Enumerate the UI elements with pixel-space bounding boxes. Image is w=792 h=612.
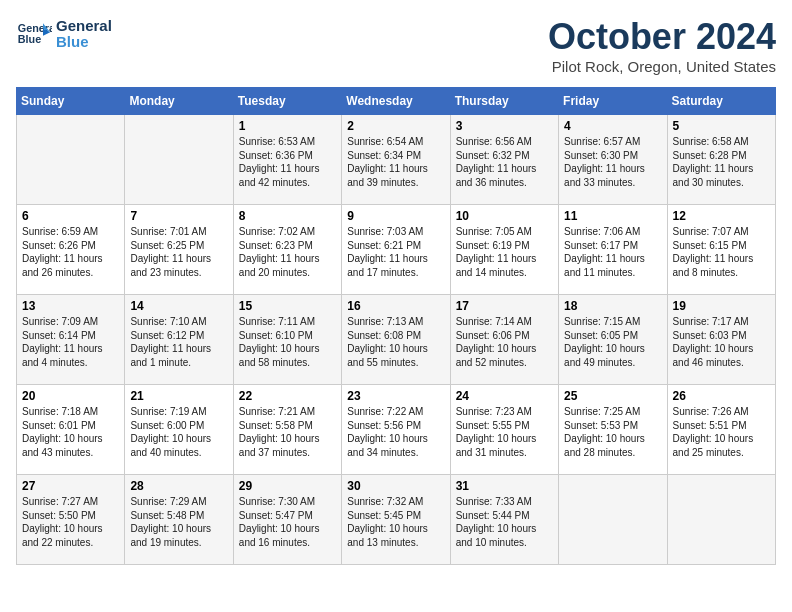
- calendar-cell: [17, 115, 125, 205]
- day-number: 18: [564, 299, 661, 313]
- day-info: Sunrise: 7:25 AM Sunset: 5:53 PM Dayligh…: [564, 405, 661, 459]
- calendar-cell: [559, 475, 667, 565]
- calendar-cell: 24Sunrise: 7:23 AM Sunset: 5:55 PM Dayli…: [450, 385, 558, 475]
- calendar-cell: 15Sunrise: 7:11 AM Sunset: 6:10 PM Dayli…: [233, 295, 341, 385]
- weekday-header-tuesday: Tuesday: [233, 88, 341, 115]
- day-info: Sunrise: 6:57 AM Sunset: 6:30 PM Dayligh…: [564, 135, 661, 189]
- day-number: 11: [564, 209, 661, 223]
- weekday-header-thursday: Thursday: [450, 88, 558, 115]
- calendar-cell: 6Sunrise: 6:59 AM Sunset: 6:26 PM Daylig…: [17, 205, 125, 295]
- calendar-cell: [125, 115, 233, 205]
- day-number: 27: [22, 479, 119, 493]
- day-number: 8: [239, 209, 336, 223]
- day-info: Sunrise: 7:01 AM Sunset: 6:25 PM Dayligh…: [130, 225, 227, 279]
- calendar-cell: 17Sunrise: 7:14 AM Sunset: 6:06 PM Dayli…: [450, 295, 558, 385]
- day-number: 30: [347, 479, 444, 493]
- day-number: 10: [456, 209, 553, 223]
- day-number: 25: [564, 389, 661, 403]
- calendar-cell: 21Sunrise: 7:19 AM Sunset: 6:00 PM Dayli…: [125, 385, 233, 475]
- day-info: Sunrise: 6:54 AM Sunset: 6:34 PM Dayligh…: [347, 135, 444, 189]
- day-number: 20: [22, 389, 119, 403]
- day-info: Sunrise: 7:14 AM Sunset: 6:06 PM Dayligh…: [456, 315, 553, 369]
- day-number: 9: [347, 209, 444, 223]
- calendar-cell: [667, 475, 775, 565]
- calendar-week-4: 20Sunrise: 7:18 AM Sunset: 6:01 PM Dayli…: [17, 385, 776, 475]
- day-number: 7: [130, 209, 227, 223]
- day-number: 26: [673, 389, 770, 403]
- logo-icon: General Blue: [16, 16, 52, 52]
- day-number: 13: [22, 299, 119, 313]
- title-block: October 2024 Pilot Rock, Oregon, United …: [548, 16, 776, 75]
- day-info: Sunrise: 7:18 AM Sunset: 6:01 PM Dayligh…: [22, 405, 119, 459]
- weekday-header-friday: Friday: [559, 88, 667, 115]
- calendar-week-1: 1Sunrise: 6:53 AM Sunset: 6:36 PM Daylig…: [17, 115, 776, 205]
- day-info: Sunrise: 7:33 AM Sunset: 5:44 PM Dayligh…: [456, 495, 553, 549]
- day-number: 29: [239, 479, 336, 493]
- day-number: 22: [239, 389, 336, 403]
- calendar-cell: 9Sunrise: 7:03 AM Sunset: 6:21 PM Daylig…: [342, 205, 450, 295]
- calendar-cell: 16Sunrise: 7:13 AM Sunset: 6:08 PM Dayli…: [342, 295, 450, 385]
- calendar-cell: 23Sunrise: 7:22 AM Sunset: 5:56 PM Dayli…: [342, 385, 450, 475]
- calendar-cell: 8Sunrise: 7:02 AM Sunset: 6:23 PM Daylig…: [233, 205, 341, 295]
- calendar-cell: 19Sunrise: 7:17 AM Sunset: 6:03 PM Dayli…: [667, 295, 775, 385]
- day-number: 5: [673, 119, 770, 133]
- day-info: Sunrise: 7:30 AM Sunset: 5:47 PM Dayligh…: [239, 495, 336, 549]
- calendar-week-2: 6Sunrise: 6:59 AM Sunset: 6:26 PM Daylig…: [17, 205, 776, 295]
- calendar-cell: 12Sunrise: 7:07 AM Sunset: 6:15 PM Dayli…: [667, 205, 775, 295]
- day-number: 24: [456, 389, 553, 403]
- day-info: Sunrise: 7:06 AM Sunset: 6:17 PM Dayligh…: [564, 225, 661, 279]
- day-info: Sunrise: 6:53 AM Sunset: 6:36 PM Dayligh…: [239, 135, 336, 189]
- calendar-cell: 18Sunrise: 7:15 AM Sunset: 6:05 PM Dayli…: [559, 295, 667, 385]
- day-info: Sunrise: 7:15 AM Sunset: 6:05 PM Dayligh…: [564, 315, 661, 369]
- weekday-header-saturday: Saturday: [667, 88, 775, 115]
- calendar-cell: 30Sunrise: 7:32 AM Sunset: 5:45 PM Dayli…: [342, 475, 450, 565]
- day-number: 19: [673, 299, 770, 313]
- page-header: General Blue General Blue October 2024 P…: [16, 16, 776, 75]
- day-info: Sunrise: 6:58 AM Sunset: 6:28 PM Dayligh…: [673, 135, 770, 189]
- day-info: Sunrise: 7:11 AM Sunset: 6:10 PM Dayligh…: [239, 315, 336, 369]
- weekday-header-row: SundayMondayTuesdayWednesdayThursdayFrid…: [17, 88, 776, 115]
- calendar-cell: 28Sunrise: 7:29 AM Sunset: 5:48 PM Dayli…: [125, 475, 233, 565]
- day-number: 12: [673, 209, 770, 223]
- calendar-cell: 26Sunrise: 7:26 AM Sunset: 5:51 PM Dayli…: [667, 385, 775, 475]
- day-info: Sunrise: 7:22 AM Sunset: 5:56 PM Dayligh…: [347, 405, 444, 459]
- day-info: Sunrise: 7:19 AM Sunset: 6:00 PM Dayligh…: [130, 405, 227, 459]
- day-info: Sunrise: 7:23 AM Sunset: 5:55 PM Dayligh…: [456, 405, 553, 459]
- day-info: Sunrise: 7:26 AM Sunset: 5:51 PM Dayligh…: [673, 405, 770, 459]
- calendar-cell: 31Sunrise: 7:33 AM Sunset: 5:44 PM Dayli…: [450, 475, 558, 565]
- calendar-cell: 1Sunrise: 6:53 AM Sunset: 6:36 PM Daylig…: [233, 115, 341, 205]
- logo-text: General: [56, 18, 112, 35]
- day-info: Sunrise: 7:17 AM Sunset: 6:03 PM Dayligh…: [673, 315, 770, 369]
- calendar-cell: 10Sunrise: 7:05 AM Sunset: 6:19 PM Dayli…: [450, 205, 558, 295]
- svg-text:Blue: Blue: [18, 33, 41, 45]
- day-number: 15: [239, 299, 336, 313]
- day-number: 6: [22, 209, 119, 223]
- calendar-cell: 3Sunrise: 6:56 AM Sunset: 6:32 PM Daylig…: [450, 115, 558, 205]
- weekday-header-sunday: Sunday: [17, 88, 125, 115]
- day-number: 21: [130, 389, 227, 403]
- day-info: Sunrise: 7:10 AM Sunset: 6:12 PM Dayligh…: [130, 315, 227, 369]
- calendar-cell: 22Sunrise: 7:21 AM Sunset: 5:58 PM Dayli…: [233, 385, 341, 475]
- day-info: Sunrise: 7:32 AM Sunset: 5:45 PM Dayligh…: [347, 495, 444, 549]
- weekday-header-monday: Monday: [125, 88, 233, 115]
- weekday-header-wednesday: Wednesday: [342, 88, 450, 115]
- calendar-cell: 27Sunrise: 7:27 AM Sunset: 5:50 PM Dayli…: [17, 475, 125, 565]
- day-info: Sunrise: 6:59 AM Sunset: 6:26 PM Dayligh…: [22, 225, 119, 279]
- calendar-cell: 14Sunrise: 7:10 AM Sunset: 6:12 PM Dayli…: [125, 295, 233, 385]
- calendar-cell: 13Sunrise: 7:09 AM Sunset: 6:14 PM Dayli…: [17, 295, 125, 385]
- day-number: 17: [456, 299, 553, 313]
- calendar-week-3: 13Sunrise: 7:09 AM Sunset: 6:14 PM Dayli…: [17, 295, 776, 385]
- day-number: 28: [130, 479, 227, 493]
- day-info: Sunrise: 7:29 AM Sunset: 5:48 PM Dayligh…: [130, 495, 227, 549]
- calendar-cell: 25Sunrise: 7:25 AM Sunset: 5:53 PM Dayli…: [559, 385, 667, 475]
- calendar-cell: 7Sunrise: 7:01 AM Sunset: 6:25 PM Daylig…: [125, 205, 233, 295]
- calendar-table: SundayMondayTuesdayWednesdayThursdayFrid…: [16, 87, 776, 565]
- day-info: Sunrise: 7:07 AM Sunset: 6:15 PM Dayligh…: [673, 225, 770, 279]
- calendar-cell: 20Sunrise: 7:18 AM Sunset: 6:01 PM Dayli…: [17, 385, 125, 475]
- day-number: 1: [239, 119, 336, 133]
- day-info: Sunrise: 7:05 AM Sunset: 6:19 PM Dayligh…: [456, 225, 553, 279]
- calendar-week-5: 27Sunrise: 7:27 AM Sunset: 5:50 PM Dayli…: [17, 475, 776, 565]
- day-number: 14: [130, 299, 227, 313]
- day-info: Sunrise: 7:02 AM Sunset: 6:23 PM Dayligh…: [239, 225, 336, 279]
- day-info: Sunrise: 7:13 AM Sunset: 6:08 PM Dayligh…: [347, 315, 444, 369]
